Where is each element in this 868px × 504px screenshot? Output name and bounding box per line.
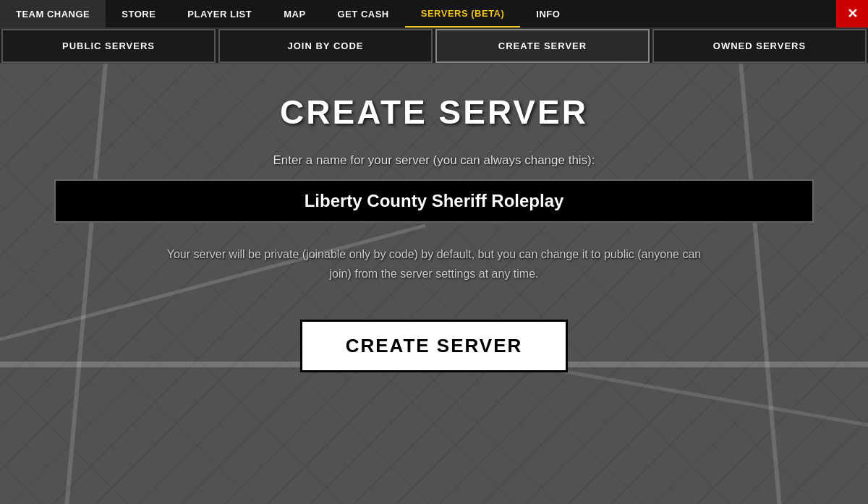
topnav-item-store[interactable]: STORE xyxy=(106,0,171,27)
tab-owned-servers[interactable]: OWNED SERVERS xyxy=(652,29,867,63)
close-button[interactable]: ✕ xyxy=(836,0,868,27)
top-navigation: TEAM CHANGE STORE PLAYER LIST MAP GET CA… xyxy=(0,0,868,29)
topnav-item-servers[interactable]: SERVERS (BETA) xyxy=(405,0,521,27)
topnav-item-get-cash[interactable]: GET CASH xyxy=(322,0,405,27)
server-name-input[interactable] xyxy=(54,179,814,223)
page-title: CREATE SERVER xyxy=(280,93,588,132)
tab-public-servers[interactable]: PUBLIC SERVERS xyxy=(1,29,216,63)
tab-join-by-code[interactable]: JOIN BY CODE xyxy=(218,29,433,63)
sub-navigation: PUBLIC SERVERS JOIN BY CODE CREATE SERVE… xyxy=(0,29,868,64)
topnav-item-player-list[interactable]: PLAYER LIST xyxy=(171,0,268,27)
topnav-item-team-change[interactable]: TEAM CHANGE xyxy=(0,0,106,27)
main-content: CREATE SERVER Enter a name for your serv… xyxy=(0,64,868,401)
tab-create-server[interactable]: CREATE SERVER xyxy=(435,29,650,63)
topnav-item-map[interactable]: MAP xyxy=(268,0,321,27)
create-server-button[interactable]: CREATE SERVER xyxy=(300,320,569,372)
privacy-info-text: Your server will be private (joinable on… xyxy=(163,244,705,283)
subtitle-text: Enter a name for your server (you can al… xyxy=(273,153,595,168)
topnav-item-info[interactable]: INFO xyxy=(520,0,576,27)
